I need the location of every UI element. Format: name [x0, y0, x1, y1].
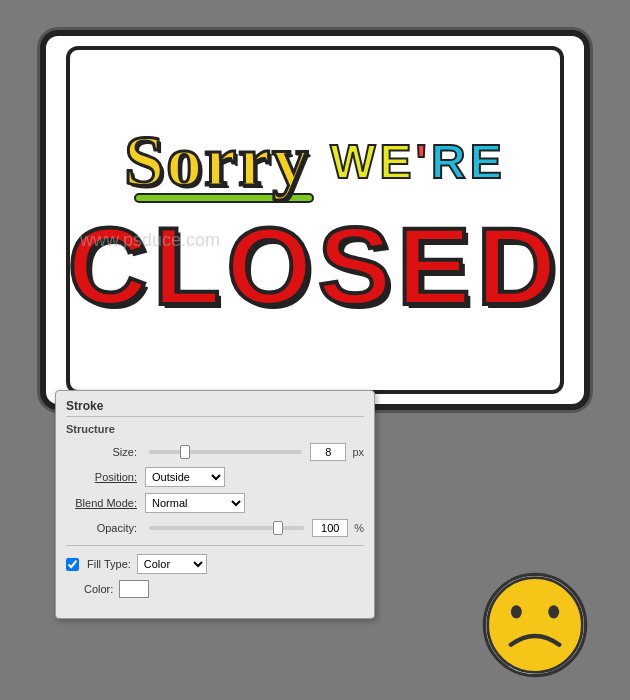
- svg-point-2: [511, 605, 522, 618]
- color-label: Color:: [84, 583, 113, 595]
- sorry-closed-sign: Sorry WE'RE CLOSED: [40, 30, 590, 410]
- closed-text: CLOSED: [68, 211, 562, 321]
- size-row: Size: px: [66, 443, 364, 461]
- fill-section: Fill Type: Color Gradient Pattern Color:: [66, 554, 364, 598]
- fill-type-row: Fill Type: Color Gradient Pattern: [66, 554, 364, 574]
- size-unit: px: [352, 446, 364, 458]
- sad-face-emoji: [480, 570, 590, 680]
- sign-inner-border: Sorry WE'RE CLOSED: [66, 46, 564, 394]
- opacity-slider-track[interactable]: [149, 526, 304, 530]
- svg-point-3: [548, 605, 559, 618]
- svg-point-1: [488, 578, 583, 673]
- sorry-text: Sorry: [124, 121, 310, 201]
- blend-mode-label: Blend Mode:: [66, 497, 141, 509]
- divider: [66, 545, 364, 546]
- structure-section-title: Structure: [66, 423, 364, 435]
- were-text: WE'RE: [330, 134, 505, 189]
- color-swatch[interactable]: [119, 580, 149, 598]
- color-row: Color:: [66, 580, 364, 598]
- position-label: Position:: [66, 471, 141, 483]
- stroke-panel: Stroke Structure Size: px Position: Outs…: [55, 390, 375, 619]
- fill-type-select[interactable]: Color Gradient Pattern: [137, 554, 207, 574]
- size-input[interactable]: [310, 443, 346, 461]
- size-slider-track[interactable]: [149, 450, 302, 454]
- blend-mode-row: Blend Mode: Normal Multiply Screen Overl…: [66, 493, 364, 513]
- position-row: Position: Outside Inside Center: [66, 467, 364, 487]
- opacity-input[interactable]: [312, 519, 348, 537]
- opacity-slider-thumb[interactable]: [273, 521, 283, 535]
- opacity-row: Opacity: %: [66, 519, 364, 537]
- opacity-unit: %: [354, 522, 364, 534]
- sorry-line: Sorry WE'RE: [124, 120, 505, 203]
- blend-mode-select[interactable]: Normal Multiply Screen Overlay: [145, 493, 245, 513]
- fill-type-label: Fill Type:: [87, 558, 131, 570]
- panel-title: Stroke: [66, 399, 364, 417]
- size-slider-thumb[interactable]: [180, 445, 190, 459]
- opacity-label: Opacity:: [66, 522, 141, 534]
- fill-type-checkbox[interactable]: [66, 558, 79, 571]
- size-label: Size:: [66, 446, 141, 458]
- position-select[interactable]: Outside Inside Center: [145, 467, 225, 487]
